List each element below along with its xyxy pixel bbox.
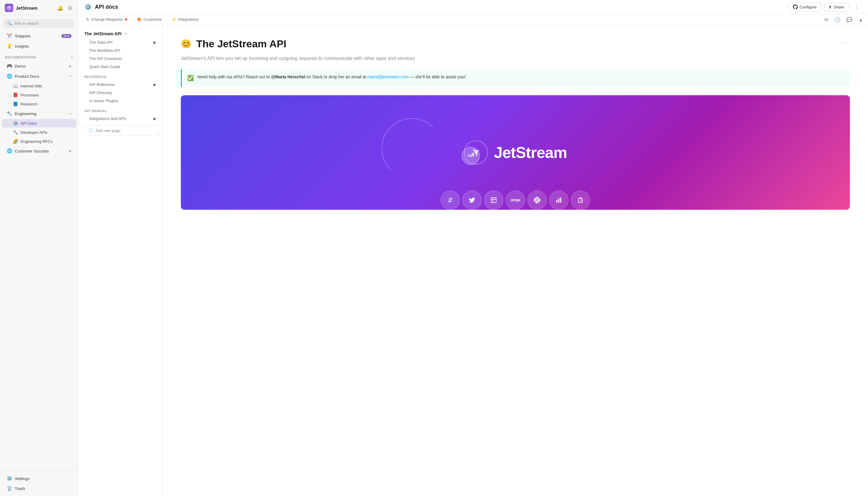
callout-text-before: Need help with our APIs? Reach out to [197,74,271,79]
tab-integrations[interactable]: ⚡ Integrations [167,14,204,25]
integrations-apis-chevron-icon: ▶ [153,116,156,121]
product-docs-label: Product Docs [15,74,67,79]
doc-tree-data-api[interactable]: The Data API ▶ [78,38,162,46]
add-page-icon: 📄 [88,128,93,133]
hero-icon-slack [527,190,547,210]
sidebar-header: JetStream 🔔 ⊞ [0,0,78,16]
add-documentation-button[interactable]: + [71,55,73,60]
app-logo [5,4,13,12]
page-gear-icon: ⚙️ [84,3,92,11]
doc-page-header: 😊 The JetStream API ⋯ [181,38,850,50]
topbar-actions: Configure ⬆ Share ⋮ [788,2,862,12]
hero-icon-twitter [462,190,482,210]
doc-tree-quick-start[interactable]: Quick Start Guide [78,63,162,71]
doc-subtitle: JetStream's API lets you set up incoming… [181,55,850,62]
inhouse-plugins-label: In-house Plugins [89,98,119,103]
sidebar-item-trash[interactable]: 🗑️ Trash [2,484,76,493]
sidebar-item-settings[interactable]: ⚙️ Settings [2,474,76,483]
search-placeholder: Ask or search [14,21,38,26]
tab-change-requests[interactable]: ↻ Change Requests [81,14,132,25]
hero-icon-clipboard [571,190,590,210]
history-icon-button[interactable]: 🕐 [833,15,842,25]
svg-rect-1 [491,197,496,202]
data-api-chevron-icon: ▶ [153,40,156,45]
doc-emoji[interactable]: 😊 [181,39,191,49]
customize-icon: 🎨 [137,17,142,22]
sidebar-item-product-docs[interactable]: 🌐 Product Docs ▾ [2,72,76,81]
collapse-button[interactable]: ▲ [856,15,865,25]
doc-tree-top-label: The JetStream API [84,31,122,36]
customer-success-icon: 🌐 [6,148,12,154]
sidebar-item-engineering-rfcs[interactable]: 🌈 Engineering RFCs [2,137,76,145]
callout-text: Need help with our APIs? Reach out to @M… [197,74,466,80]
sidebar: JetStream 🔔 ⊞ 🔍 Ask or search ✂️ Snippet… [0,0,78,496]
api-glossary-label: API Glossary [89,90,112,95]
tabs-bar: ↻ Change Requests 🎨 Customize ⚡ Integrat… [78,14,868,26]
sidebar-item-research[interactable]: 📘 Research [2,100,76,108]
hero-icon-stripe: stripe [506,190,525,210]
research-label: Research [20,102,37,106]
demo-label: Demo [15,64,67,68]
notifications-button[interactable]: 🔔 [56,4,64,12]
data-api-label: The Data API [89,40,112,45]
sidebar-item-developer-apis[interactable]: 🔨 Developer APIs [2,128,76,137]
callout-email-link[interactable]: maria@jetstream.com [367,74,409,79]
doc-title: The JetStream API [196,38,834,50]
doc-tree-api-reference[interactable]: API Reference ▶ [78,80,162,89]
engineering-label: Engineering [15,111,67,116]
doc-tree-integrations-apis[interactable]: Integrations and APIs ▶ [78,114,162,123]
processes-label: Processes [20,93,39,97]
sidebar-item-demo[interactable]: 🎮 Demo ▶ [2,61,76,71]
customize-label: Customize [143,17,162,22]
svg-rect-4 [560,197,561,202]
sidebar-item-internal-wiki[interactable]: 📖 Internal Wiki [2,82,76,90]
mail-icon-button[interactable]: ✉ [822,15,830,25]
api-docs-icon: ⚙️ [13,121,18,126]
svg-rect-3 [558,198,559,202]
sidebar-item-customer-success[interactable]: 🌐 Customer Success ▶ [2,146,76,156]
change-requests-dot [125,18,127,20]
comments-icon-button[interactable]: 💬 [844,15,854,25]
hero-icon-chart [549,190,569,210]
sidebar-item-processes[interactable]: 📕 Processes [2,91,76,99]
callout-check-icon: ✅ [187,74,194,82]
developer-apis-icon: 🔨 [13,130,18,135]
share-button[interactable]: ⬆ Share [824,3,849,12]
layout-button[interactable]: ⊞ [67,4,73,12]
topbar: ⚙️ API docs Configure ⬆ Share ⋮ [78,0,868,14]
sidebar-item-engineering[interactable]: 🔧 Engineering ▾ [2,109,76,119]
doc-more-button[interactable]: ⋯ [839,38,850,47]
doc-tree-top-item[interactable]: The JetStream API ▾ [78,29,162,38]
search-bar[interactable]: 🔍 Ask or search [4,19,75,28]
snippets-badge: Beta [61,34,72,38]
sidebar-item-insights[interactable]: 💡 Insights [2,41,76,51]
internal-wiki-label: Internal Wiki [20,84,42,88]
hero-bottom-icons: stripe [181,190,850,210]
api-connector-label: The API Connector [89,56,122,61]
doc-hero-image: ✈ JetStream API [181,95,850,210]
page-title: API docs [95,4,786,10]
add-new-page-button[interactable]: 📄 Add new page [82,126,159,136]
api-reference-label: API Reference [89,82,115,87]
developer-apis-label: Developer APIs [20,130,48,135]
settings-label: Settings [15,477,72,481]
doc-tree-api-glossary[interactable]: API Glossary [78,89,162,97]
workflow-api-label: The Workflow API [89,48,120,53]
topbar-more-button[interactable]: ⋮ [852,2,862,12]
sidebar-item-api-docs[interactable]: ⚙️ API Docs [2,119,76,127]
callout-text-after: — she'll be able to assist you! [409,74,466,79]
integrations-label: Integrations [179,17,199,22]
trash-label: Trash [15,486,72,491]
sidebar-item-snippets[interactable]: ✂️ Snippets Beta [2,31,76,41]
share-label: Share [834,5,844,9]
tab-customize[interactable]: 🎨 Customize [132,14,167,25]
hero-api-bubble: API [462,147,480,165]
integrations-icon: ⚡ [172,17,176,22]
integrations-apis-label: Integrations and APIs [89,116,127,121]
documentation-section-label: Documentation + [0,51,78,61]
doc-tree-api-connector[interactable]: The API Connector [78,55,162,63]
doc-tree-workflow-api[interactable]: The Workflow API [78,46,162,55]
engineering-icon: 🔧 [6,111,12,116]
doc-tree-inhouse-plugins[interactable]: In-house Plugins [78,97,162,105]
configure-button[interactable]: Configure [788,2,821,12]
